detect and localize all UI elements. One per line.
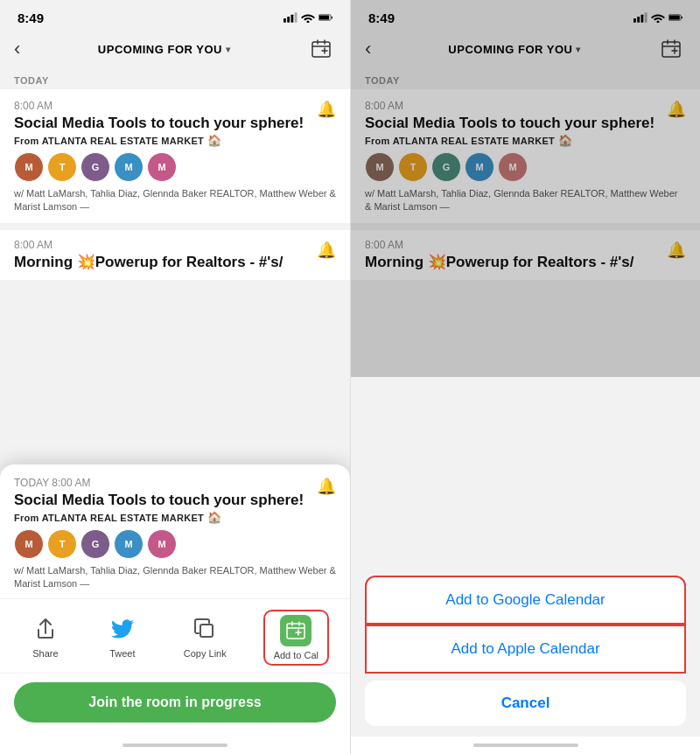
left-panel: 8:49 ‹ UPCOMING FOR YOU ▾: [0, 0, 350, 754]
share-button-left[interactable]: Share: [21, 610, 70, 666]
signal-icon: [284, 12, 298, 23]
avatar-2: T: [47, 152, 77, 182]
section-today-left: TODAY: [0, 70, 350, 89]
battery-icon: [318, 12, 332, 23]
sheet-avatar-5-left: M: [147, 529, 177, 559]
svg-rect-6: [332, 17, 332, 19]
sheet-avatar-4-left: M: [114, 529, 144, 559]
sheet-event-time-left: TODAY 8:00 AM: [14, 477, 336, 489]
bottom-sheet-right: 🔔 TODAY 8:00 AM Social Media Tools to to…: [351, 619, 700, 754]
home-bar-left: [122, 744, 228, 747]
avatar-5: M: [147, 152, 177, 182]
house-icon-1-left: 🏠: [207, 134, 221, 147]
sheet-event-left: 🔔 TODAY 8:00 AM Social Media Tools to to…: [0, 464, 350, 599]
share-label-left: Share: [32, 648, 58, 659]
back-button-left[interactable]: ‹: [14, 38, 20, 60]
add-to-google-calendar-button[interactable]: Add to Google Calendar: [365, 576, 686, 625]
svg-rect-13: [200, 625, 213, 637]
status-bar-left: 8:49: [0, 0, 350, 31]
event-time-2-left: 8:00 AM: [14, 239, 336, 251]
event-time-1-left: 8:00 AM: [14, 100, 336, 112]
copy-link-icon-left: [189, 613, 220, 645]
cal-picker-right: Add to Google Calendar Add to Apple Cale…: [351, 565, 700, 754]
sheet-avatar-3-left: G: [80, 529, 110, 559]
nav-bar-left: ‹ UPCOMING FOR YOU ▾: [0, 31, 350, 70]
sheet-avatar-1-left: M: [14, 529, 44, 559]
sheet-hosts-left: w/ Matt LaMarsh, Tahlia Diaz, Glennda Ba…: [14, 564, 336, 590]
avatar-1: M: [14, 152, 44, 182]
bell-icon-1-left[interactable]: 🔔: [317, 100, 336, 119]
add-to-apple-calendar-button[interactable]: Add to Apple Calendar: [365, 625, 686, 674]
sheet-event-from-left: From ATLANTA REAL ESTATE MARKET 🏠: [14, 511, 336, 524]
event-card-2-left[interactable]: 🔔 8:00 AM Morning 💥Powerup for Realtors …: [0, 230, 350, 280]
cal-icon-left: [280, 615, 312, 646]
sheet-avatars-left: M T G M M: [14, 529, 336, 559]
wifi-icon: [301, 12, 315, 23]
right-panel: 8:49 ‹ UPCOMING FOR YOU ▾: [350, 0, 700, 754]
event-hosts-1-left: w/ Matt LaMarsh, Tahlia Diaz, Glennda Ba…: [14, 187, 336, 213]
avatars-1-left: M T G M M: [14, 152, 336, 182]
svg-rect-14: [287, 624, 304, 639]
copy-link-button-left[interactable]: Copy Link: [175, 610, 235, 666]
copy-link-label-left: Copy Link: [184, 648, 227, 659]
add-to-cal-label-left: Add to Cal: [274, 650, 318, 660]
dim-overlay-right: [351, 0, 700, 377]
status-icons-left: [284, 12, 332, 23]
event-from-1-left: From ATLANTA REAL ESTATE MARKET 🏠: [14, 134, 336, 147]
svg-rect-1: [287, 17, 290, 23]
sheet-house-icon-left: 🏠: [207, 511, 221, 524]
tweet-label-left: Tweet: [109, 648, 135, 659]
sheet-event-title-left: Social Media Tools to touch your sphere!: [14, 491, 336, 509]
event-title-2-left: Morning 💥Powerup for Realtors - #'s/: [14, 253, 336, 271]
bottom-sheet-left: 🔔 TODAY 8:00 AM Social Media Tools to to…: [0, 464, 350, 754]
home-indicator-left: [0, 737, 350, 754]
bell-icon-2-left[interactable]: 🔔: [317, 241, 336, 260]
cancel-button-right[interactable]: Cancel: [365, 681, 686, 726]
dropdown-arrow-left[interactable]: ▾: [226, 45, 231, 54]
avatar-4: M: [114, 152, 144, 182]
calendar-add-icon: [312, 39, 332, 59]
avatar-3: G: [80, 152, 110, 182]
join-button-left[interactable]: Join the room in progress: [14, 682, 336, 723]
event-card-1-left[interactable]: 🔔 8:00 AM Social Media Tools to touch yo…: [0, 89, 350, 223]
home-bar-right: [473, 744, 578, 747]
add-to-cal-button-left[interactable]: Add to Cal: [263, 610, 329, 666]
bell-icon-sheet-left[interactable]: 🔔: [317, 477, 336, 496]
share-icon-left: [30, 613, 61, 645]
action-row-left: Share Tweet Copy Link: [0, 599, 350, 674]
tweet-icon-left: [107, 613, 138, 645]
nav-action-left[interactable]: [308, 35, 336, 63]
sheet-avatar-2-left: T: [47, 529, 77, 559]
nav-title-left: UPCOMING FOR YOU ▾: [98, 43, 231, 56]
svg-rect-5: [319, 15, 330, 19]
home-indicator-right: [351, 737, 700, 754]
event-title-1-left: Social Media Tools to touch your sphere!: [14, 114, 336, 132]
tweet-button-left[interactable]: Tweet: [98, 610, 147, 666]
svg-rect-3: [295, 12, 298, 22]
svg-rect-0: [284, 18, 286, 23]
status-time-left: 8:49: [18, 10, 44, 25]
svg-rect-7: [312, 42, 330, 57]
svg-rect-2: [290, 15, 293, 23]
